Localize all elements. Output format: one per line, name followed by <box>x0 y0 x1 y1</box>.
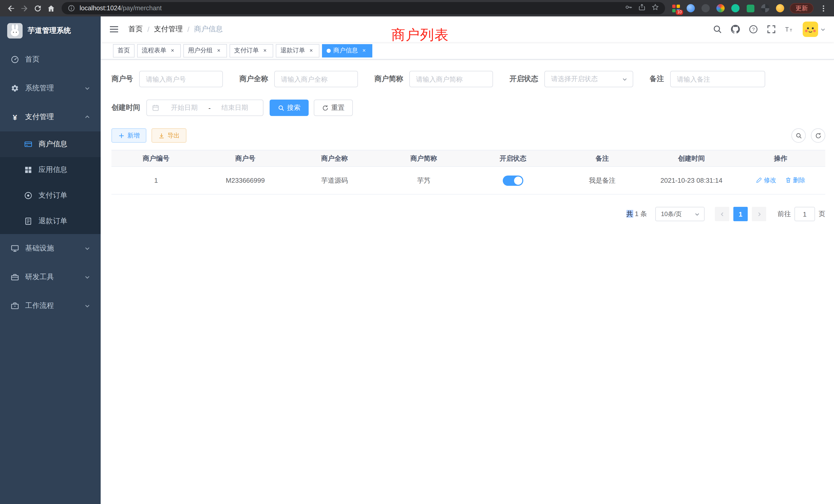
page-number-1[interactable]: 1 <box>733 207 748 221</box>
browser-forward-icon[interactable] <box>18 2 31 15</box>
status-select[interactable]: 请选择开启状态 <box>544 71 633 87</box>
help-icon[interactable]: ? <box>749 25 758 34</box>
avatar-image <box>803 22 818 37</box>
sidebar-item-infra[interactable]: 基础设施 <box>0 234 101 263</box>
url-host: localhost:1024 <box>80 5 121 12</box>
prev-page-button[interactable] <box>715 207 729 221</box>
date-start-placeholder[interactable]: 开始日期 <box>161 103 207 112</box>
browser-update-button[interactable]: 更新 <box>790 3 813 13</box>
breadcrumb-home[interactable]: 首页 <box>128 25 143 34</box>
extension-badge: 10 <box>676 10 683 15</box>
browser-back-icon[interactable] <box>4 2 18 15</box>
collapse-sidebar-icon[interactable] <box>109 24 119 35</box>
svg-text:T: T <box>790 28 792 32</box>
app-title: 芋道管理系统 <box>28 26 71 36</box>
chevron-down-icon <box>84 85 90 91</box>
dashboard-icon <box>10 55 20 64</box>
refresh-icon[interactable] <box>811 128 825 143</box>
page-size-select[interactable]: 10条/页 <box>655 207 705 221</box>
status-toggle[interactable] <box>503 175 523 186</box>
extension-green-circle-icon[interactable] <box>729 2 742 15</box>
extension-dark-circle-icon[interactable] <box>699 2 712 15</box>
chevron-down-icon <box>622 76 628 82</box>
tab-pay-order[interactable]: 支付订单× <box>229 44 273 57</box>
close-icon[interactable]: × <box>360 47 368 54</box>
short-name-input[interactable] <box>409 71 493 87</box>
payment-submenu: 商户信息 应用信息 支付订单 退款订单 <box>0 131 101 234</box>
close-icon[interactable]: × <box>308 47 315 54</box>
tab-merchant-info[interactable]: 商户信息× <box>322 44 372 57</box>
table-row: 1 M233666999 芋道源码 芋艿 我是备注 2021-10-23 08:… <box>111 166 825 194</box>
sidebar-item-merchant-info[interactable]: 商户信息 <box>0 131 101 157</box>
close-icon[interactable]: × <box>215 47 222 54</box>
merchant-no-input[interactable] <box>139 71 223 87</box>
toggle-search-icon[interactable] <box>791 128 806 143</box>
extension-pinwheel-icon[interactable] <box>759 2 772 15</box>
sidebar-item-system[interactable]: 系统管理 <box>0 74 101 102</box>
screenshot-root: localhost:1024/pay/merchant 10 更新 <box>0 0 834 504</box>
reset-button[interactable]: 重置 <box>314 99 353 116</box>
site-info-icon[interactable] <box>68 5 75 12</box>
cell-status <box>468 166 558 194</box>
tab-process-form[interactable]: 流程表单× <box>137 44 181 57</box>
user-avatar[interactable] <box>803 22 826 37</box>
cell-actions: 修改 删除 <box>736 166 826 194</box>
search-icon[interactable] <box>713 25 722 34</box>
briefcase-icon <box>10 302 20 310</box>
breadcrumb-separator: / <box>188 25 190 33</box>
create-time-range-picker[interactable]: 开始日期 - 结束日期 <box>146 99 263 116</box>
fullscreen-icon[interactable] <box>767 25 776 34</box>
extension-rainbow-circle-icon[interactable] <box>714 2 727 15</box>
address-bar[interactable]: localhost:1024/pay/merchant <box>62 2 665 14</box>
close-icon[interactable]: × <box>169 47 176 54</box>
password-key-icon[interactable] <box>625 4 632 13</box>
page-content: 商户号 商户全称 商户简称 开启状态 请选择开启状态 <box>101 60 834 504</box>
browser-home-icon[interactable] <box>44 2 58 15</box>
col-remark: 备注 <box>558 150 647 166</box>
font-size-icon[interactable]: TT <box>785 25 794 34</box>
browser-reload-icon[interactable] <box>31 2 44 15</box>
url-text: localhost:1024/pay/merchant <box>80 5 625 12</box>
tab-user-group[interactable]: 用户分组× <box>183 44 227 57</box>
sidebar-item-payment[interactable]: ¥ 支付管理 <box>0 102 101 131</box>
cell-merchant-id: 1 <box>111 166 201 194</box>
sidebar-item-pay-order[interactable]: 支付订单 <box>0 183 101 208</box>
col-create-time: 创建时间 <box>647 150 736 166</box>
chevron-down-icon <box>820 26 826 32</box>
breadcrumb-payment[interactable]: 支付管理 <box>154 25 183 34</box>
tab-refund-order[interactable]: 退款订单× <box>276 44 320 57</box>
browser-menu-icon[interactable] <box>816 2 830 15</box>
sidebar-item-workflow[interactable]: 工作流程 <box>0 292 101 320</box>
share-icon[interactable] <box>638 4 645 13</box>
pagination: 共 1 条 10条/页 1 前往 页 <box>111 207 825 221</box>
github-icon[interactable] <box>731 25 740 34</box>
sidebar-item-app-info[interactable]: 应用信息 <box>0 157 101 183</box>
tab-home[interactable]: 首页 <box>113 44 135 57</box>
extension-green-square-icon[interactable] <box>744 2 757 15</box>
url-path: /pay/merchant <box>121 5 161 12</box>
add-button[interactable]: 新增 <box>111 128 146 143</box>
col-short-name: 商户简称 <box>379 150 468 166</box>
full-name-input[interactable] <box>274 71 358 87</box>
col-merchant-id: 商户编号 <box>111 150 201 166</box>
merchant-table: 商户编号 商户号 商户全称 商户简称 开启状态 备注 创建时间 操作 1 <box>111 150 825 194</box>
export-button[interactable]: 导出 <box>152 128 186 143</box>
search-button[interactable]: 搜索 <box>270 99 309 116</box>
top-navbar: 首页 / 支付管理 / 商户信息 商户列表 ? TT <box>101 17 834 42</box>
extension-drop-icon[interactable] <box>684 2 697 15</box>
sidebar-item-home[interactable]: 首页 <box>0 45 101 74</box>
remark-label: 备注 <box>650 74 664 84</box>
next-page-button[interactable] <box>752 207 766 221</box>
date-end-placeholder[interactable]: 结束日期 <box>212 103 258 112</box>
extension-face-icon[interactable] <box>773 2 787 15</box>
remark-input[interactable] <box>670 71 765 87</box>
extension-grid-icon[interactable]: 10 <box>669 2 682 15</box>
edit-link[interactable]: 修改 <box>756 176 776 185</box>
delete-link[interactable]: 删除 <box>785 176 805 185</box>
goto-page-input[interactable] <box>794 207 815 221</box>
close-icon[interactable]: × <box>261 47 269 54</box>
sidebar-item-refund-order[interactable]: 退款订单 <box>0 208 101 234</box>
gear-icon <box>10 84 20 92</box>
bookmark-star-icon[interactable] <box>652 4 659 13</box>
sidebar-item-dev-tools[interactable]: 研发工具 <box>0 263 101 292</box>
